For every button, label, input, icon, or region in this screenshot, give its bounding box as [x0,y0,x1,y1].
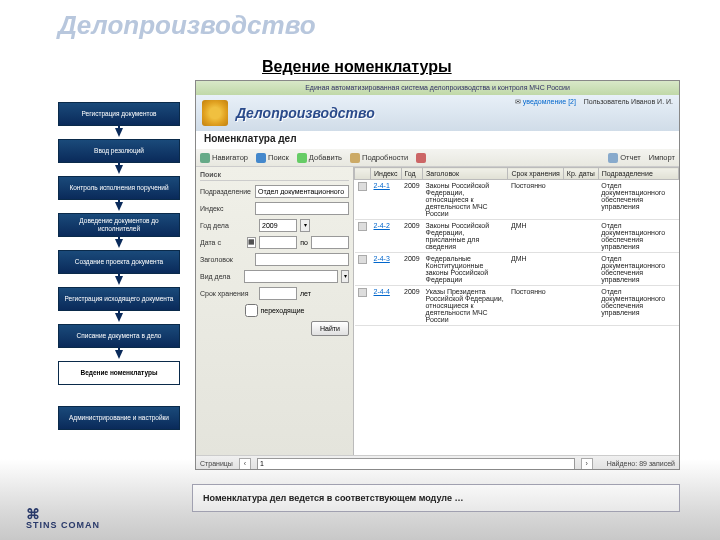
details-icon [350,153,360,163]
emblem-icon [202,100,228,126]
nav-item-4[interactable]: Создание проекта документа [58,250,180,274]
sp-index-label: Индекс [200,205,252,212]
sp-type-input[interactable] [244,270,338,283]
nav-item-6[interactable]: Списание документа в дело [58,324,180,348]
find-button[interactable]: Найти [311,321,349,336]
sp-title-label: Заголовок [200,256,252,263]
cell-year: 2009 [401,286,423,326]
year-drop-icon[interactable]: ▾ [300,219,310,232]
sp-index-input[interactable] [255,202,349,215]
cell-dates [563,253,598,286]
nav-item-2[interactable]: Контроль исполнения поручений [58,176,180,200]
nav-item-1[interactable]: Ввод резолюций [58,139,180,163]
tb-report[interactable]: Отчет [608,153,641,163]
cell-dept: Отдел документационного обеспечения упра… [598,286,678,326]
cell-dept: Отдел документационного обеспечения упра… [598,220,678,253]
col-year[interactable]: Год [401,168,423,180]
cell-index[interactable]: 2-4-1 [371,180,402,220]
status-bar: Страницы ‹ › Найдено: 89 записей [196,455,679,470]
table-row[interactable]: 2-4-32009Федеральные Конституционные зак… [355,253,679,286]
cell-year: 2009 [401,253,423,286]
cell-year: 2009 [401,180,423,220]
col-dept[interactable]: Подразделение [598,168,678,180]
pager-next[interactable]: › [581,458,593,470]
nav-item-5[interactable]: Регистрация исходящего документа [58,287,180,311]
footer-logo: ⌘ STINS COMAN [26,510,100,530]
caption-bar: Номенклатура дел ведется в соответствующ… [192,484,680,512]
cell-title: Указы Президента Российской Федерации, о… [423,286,508,326]
tb-import[interactable]: Импорт [649,153,675,162]
system-bar: Единая автоматизированная система делопр… [196,81,679,95]
cell-index[interactable]: 2-4-2 [371,220,402,253]
slide-title: Делопроизводство [58,10,316,41]
sp-year-label: Год дела [200,222,256,229]
sp-term-unit: лет [300,290,311,297]
left-nav: Регистрация документовВвод резолюцийКонт… [58,102,180,443]
nav-item-3[interactable]: Доведение документов до исполнителей [58,213,180,237]
sp-type-label: Вид дела [200,273,241,280]
cell-dates [563,220,598,253]
sp-datefrom-label: Дата с [200,239,244,246]
tb-delete[interactable] [416,153,426,163]
sp-term-input[interactable] [259,287,297,300]
user-name: Иванов И. И. [631,98,673,105]
notification-count[interactable]: [2] [568,98,576,105]
tb-details[interactable]: Подробности [350,153,408,163]
cell-dept: Отдел документационного обеспечения упра… [598,180,678,220]
sp-dateto-input[interactable] [311,236,349,249]
cell-title: Законы Российской Федерации, относящиеся… [423,180,508,220]
col-dates[interactable]: Кр. даты [563,168,598,180]
table-row[interactable]: 2-4-22009Законы Российской Федерации, пр… [355,220,679,253]
nav-item-8[interactable]: Администрирование и настройки [58,406,180,430]
tb-navigator[interactable]: Навигатор [200,153,248,163]
notification-icon[interactable]: ✉ [515,98,523,105]
calendar-icon[interactable]: ▦ [247,237,256,248]
nav-item-7[interactable]: Ведение номенклатуры [58,361,180,385]
pager-current[interactable] [257,458,575,470]
search-panel-title: Поиск [200,171,349,181]
col-title[interactable]: Заголовок [423,168,508,180]
system-title: Единая автоматизированная система делопр… [305,81,570,95]
notification-link[interactable]: уведомление [523,98,566,105]
sp-year-input[interactable] [259,219,297,232]
col-term[interactable]: Срок хранения [508,168,563,180]
cell-dept: Отдел документационного обеспечения упра… [598,253,678,286]
tb-add[interactable]: Добавить [297,153,342,163]
row-icon [358,255,367,264]
nav-item-0[interactable]: Регистрация документов [58,102,180,126]
type-drop-icon[interactable]: ▾ [341,270,349,283]
cell-term: ДМН [508,253,563,286]
col-index[interactable]: Индекс [371,168,402,180]
app-header: Делопроизводство ✉ уведомление [2] Польз… [196,95,679,131]
row-icon [358,288,367,297]
toolbar: Навигатор Поиск Добавить Подробности Отч… [196,149,679,167]
cell-index[interactable]: 2-4-3 [371,253,402,286]
app-logo-text: Делопроизводство [236,105,375,121]
sp-transitional-check[interactable] [245,304,258,317]
table-row[interactable]: 2-4-42009Указы Президента Российской Фед… [355,286,679,326]
table-row[interactable]: 2-4-12009Законы Российской Федерации, от… [355,180,679,220]
tb-search[interactable]: Поиск [256,153,289,163]
user-block: ✉ уведомление [2] Пользователь Иванов И.… [515,98,673,106]
report-icon [608,153,618,163]
sp-dept-input[interactable] [255,185,349,198]
page-title: Номенклатура дел [196,131,679,149]
pages-label: Страницы [200,460,233,467]
add-icon [297,153,307,163]
section-title: Ведение номенклатуры [262,58,452,76]
search-panel: Поиск Подразделение Индекс Год дела▾ Дат… [196,167,354,455]
cell-year: 2009 [401,220,423,253]
pager-prev[interactable]: ‹ [239,458,251,470]
sp-dateto-label: по [300,239,308,246]
sp-datefrom-input[interactable] [259,236,297,249]
table-area: Индекс Год Заголовок Срок хранения Кр. д… [354,167,679,455]
sp-title-input[interactable] [255,253,349,266]
cell-dates [563,180,598,220]
search-icon [256,153,266,163]
cell-index[interactable]: 2-4-4 [371,286,402,326]
footer-symbol-icon: ⌘ [26,510,100,520]
delete-icon [416,153,426,163]
sp-dept-label: Подразделение [200,188,252,195]
navigator-icon [200,153,210,163]
sp-transitional-label: переходящие [261,307,305,314]
